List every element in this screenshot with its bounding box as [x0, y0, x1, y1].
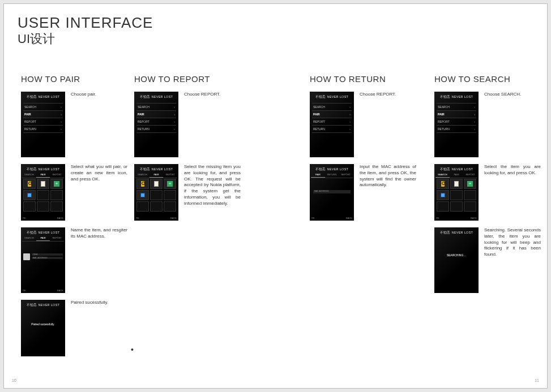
menu-return: RETURN›: [312, 125, 352, 133]
item-add-icon: +: [50, 179, 63, 189]
menu-report: REPORT›: [23, 118, 63, 126]
pair-step-2: 不怕丢 NEVER LOST SEARCH PAIR REPORT +: [21, 164, 134, 221]
screen-return-mac: 不怕丢 NEVER LOST PAIR RETURN REPORT MAC AD…: [310, 164, 354, 221]
tab-pair: PAIR: [150, 172, 164, 178]
tab-pair: PAIR: [36, 172, 50, 178]
chevron-right-icon: ›: [474, 113, 475, 116]
caption: Select the item you are looking for, and…: [484, 164, 541, 176]
menu-return: RETURN›: [437, 125, 476, 133]
tab-bar: SEARCH PAIR REPORT: [435, 172, 477, 178]
chevron-right-icon: ›: [349, 113, 351, 116]
caption: Choose pair.: [71, 92, 127, 98]
menu-report: REPORT›: [136, 118, 176, 126]
caption: Searching. Several seconds later, the it…: [484, 227, 541, 258]
app-title: 不怕丢 NEVER LOST: [434, 167, 479, 171]
menu-pair: PAIR›: [312, 110, 352, 118]
app-title: 不怕丢 NEVER LOST: [134, 95, 178, 99]
heading-pair: HOW TO PAIR: [21, 74, 134, 84]
menu-search: SEARCH›: [23, 103, 63, 111]
chevron-right-icon: ›: [174, 105, 175, 109]
item-grid: +: [136, 179, 176, 212]
item-key-icon: [136, 179, 149, 189]
screen-pair-form: 不怕丢 NEVER LOST SEARCH PAIR REPORT ITEM M…: [21, 227, 65, 293]
tab-search: SEARCH: [22, 172, 36, 178]
tab-pair: PAIR: [311, 172, 325, 178]
menu-pair: PAIR›: [23, 110, 63, 118]
page-title-en: USER INTERFACE: [18, 14, 153, 32]
menu-pair: PAIR›: [437, 110, 476, 118]
bullet-dot: •: [131, 345, 134, 354]
app-title: 不怕丢 NEVER LOST: [21, 303, 65, 307]
tab-pair: PAIR: [450, 172, 464, 178]
caption: Choose REPORT.: [360, 92, 416, 98]
item-disk-icon: [437, 190, 449, 200]
softkey-bar: OKBACK: [136, 217, 177, 219]
item-grid: +: [23, 179, 63, 212]
softkey-bar: OKBACK: [23, 217, 63, 219]
tab-bar: SEARCH PAIR REPORT: [135, 172, 177, 178]
tab-search: SEARCH: [22, 235, 36, 241]
tab-bar: SEARCH PAIR REPORT: [22, 172, 64, 178]
caption: Choose REPORT.: [184, 92, 241, 98]
item-doc-icon: [150, 179, 163, 189]
report-step-1: 不怕丢 NEVER LOST SEARCH› PAIR› REPORT› RET…: [134, 92, 247, 157]
menu-search: SEARCH›: [136, 103, 176, 111]
caption: Select what you will pair, or create an …: [71, 164, 127, 182]
tab-report: REPORT: [463, 172, 477, 178]
item-empty: [23, 201, 36, 212]
page-title-cn: UI设计: [18, 31, 153, 48]
item-add-icon: +: [164, 179, 176, 189]
chevron-right-icon: ›: [349, 120, 351, 123]
app-title: 不怕丢 NEVER LOST: [134, 167, 178, 171]
caption: Paired sucessfully.: [71, 300, 127, 306]
field-mac: MAC ADDRESS: [32, 257, 63, 259]
chevron-right-icon: ›: [61, 127, 62, 131]
item-empty: [50, 190, 63, 200]
tab-report: REPORT: [163, 172, 177, 178]
form-row: ITEM MAC ADDRESS: [23, 253, 63, 260]
form-fields: ITEM MAC ADDRESS: [32, 253, 63, 260]
softkey-bar: OKBACK: [311, 217, 352, 219]
tab-return: RETURN: [325, 172, 339, 178]
tab-search: SEARCH: [135, 172, 150, 178]
screen-searching: 不怕丢 NEVER LOST SEARCHING…: [434, 227, 479, 293]
chevron-right-icon: ›: [474, 127, 475, 131]
item-add-icon: +: [464, 179, 476, 189]
search-step-2: 不怕丢 NEVER LOST SEARCH PAIR REPORT +: [434, 164, 548, 221]
caption: Input the MAC address of the item, and p…: [360, 164, 416, 188]
chevron-right-icon: ›: [174, 127, 175, 131]
app-title: 不怕丢 NEVER LOST: [310, 95, 354, 99]
screen-report-grid: 不怕丢 NEVER LOST SEARCH PAIR REPORT +: [134, 164, 178, 221]
chevron-right-icon: ›: [174, 120, 175, 123]
return-step-1: 不怕丢 NEVER LOST SEARCH› PAIR› REPORT› RET…: [310, 92, 423, 157]
item-thumb-icon: [23, 253, 30, 260]
main-menu: SEARCH› PAIR› REPORT› RETURN›: [23, 103, 63, 132]
item-key-icon: [23, 179, 36, 189]
main-menu: SEARCH› PAIR› REPORT› RETURN›: [312, 103, 352, 132]
chevron-right-icon: ›: [474, 105, 475, 109]
chevron-right-icon: ›: [174, 113, 175, 116]
chevron-right-icon: ›: [61, 113, 62, 116]
caption: Choose SEARCH.: [484, 92, 541, 98]
screen-pair-grid: 不怕丢 NEVER LOST SEARCH PAIR REPORT +: [21, 164, 65, 221]
item-doc-icon: [450, 179, 463, 189]
chevron-right-icon: ›: [61, 120, 62, 123]
search-step-3: 不怕丢 NEVER LOST SEARCHING… Searching. Sev…: [434, 227, 548, 293]
screen-report-menu: 不怕丢 NEVER LOST SEARCH› PAIR› REPORT› RET…: [134, 92, 178, 157]
return-step-2: 不怕丢 NEVER LOST PAIR RETURN REPORT MAC AD…: [310, 164, 423, 221]
caption: Select the missing item you are looking …: [184, 164, 241, 207]
item-empty: [50, 201, 63, 212]
main-menu: SEARCH› PAIR› REPORT› RETURN›: [437, 103, 476, 132]
chevron-right-icon: ›: [349, 105, 351, 109]
screen-return-menu: 不怕丢 NEVER LOST SEARCH› PAIR› REPORT› RET…: [310, 92, 354, 157]
chevron-right-icon: ›: [349, 127, 351, 131]
app-title: 不怕丢 NEVER LOST: [21, 167, 65, 171]
menu-report: REPORT›: [312, 118, 352, 126]
menu-report: REPORT›: [437, 118, 476, 126]
pair-step-3: 不怕丢 NEVER LOST SEARCH PAIR REPORT ITEM M…: [21, 227, 134, 293]
tab-pair: PAIR: [36, 235, 50, 241]
caption: Name the item, and resgiter its MAC addr…: [71, 227, 127, 240]
screen-pair-menu: 不怕丢 NEVER LOST SEARCH› PAIR› REPORT› RET…: [21, 92, 65, 157]
chevron-right-icon: ›: [474, 120, 475, 123]
report-step-2: 不怕丢 NEVER LOST SEARCH PAIR REPORT +: [134, 164, 247, 221]
